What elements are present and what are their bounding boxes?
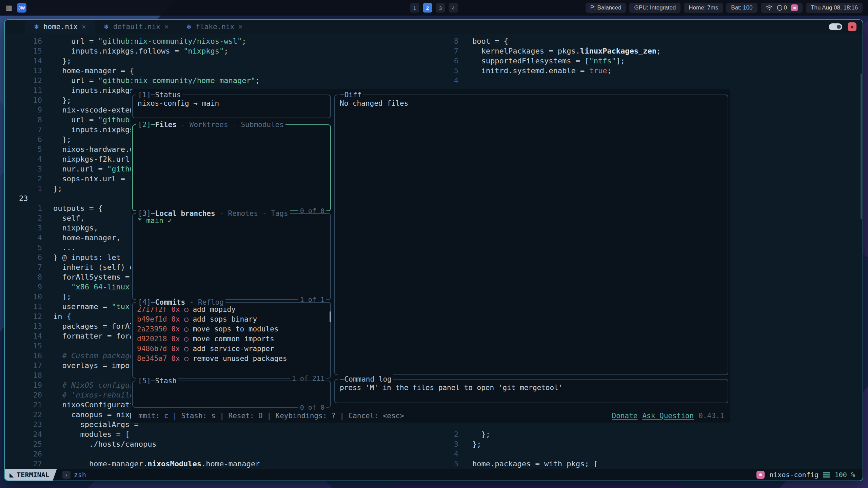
code-text: }; — [463, 429, 490, 439]
commit-row[interactable]: b49ef1d 0x ○ add sops binary — [137, 314, 326, 324]
lazygit-files-panel[interactable]: [2]─Files - Worktrees - Submodules 0 of … — [132, 124, 331, 211]
commit-hash: d920218 — [137, 335, 167, 343]
code-text: inputs.nixpkgs. — [42, 125, 139, 135]
code-line: 24 modules = [ — [5, 429, 446, 439]
commit-graph-node: ○ — [184, 345, 189, 353]
line-number: 8 — [5, 115, 42, 125]
code-text: home-manager = { — [42, 66, 134, 76]
toggle-pill[interactable] — [829, 23, 842, 30]
statusline: ◣ TERMINAL › zsh nixos-config 100 % — [5, 469, 863, 481]
lazygit-stash-panel[interactable]: [5]─Stash 0 of 0 — [132, 381, 331, 408]
line-number: 19 — [5, 380, 42, 390]
code-text: sops-nix.url = "g — [42, 174, 139, 184]
line-number: 15 — [5, 341, 42, 351]
commit-author: 0x — [171, 345, 180, 353]
lazygit-keybindings-bar: mmit: c | Stash: s | Reset: D | Keybindi… — [138, 412, 404, 420]
workspace-switcher: 1234 — [410, 0, 458, 16]
commit-row[interactable]: 9486b7d 0x ○ add service-wrapper — [137, 344, 326, 354]
code-text — [42, 370, 53, 380]
workspace-2[interactable]: 2 — [423, 3, 432, 13]
line-number: 9 — [5, 282, 42, 292]
code-line: 26 — [5, 449, 446, 459]
editor-scrollbar[interactable] — [861, 74, 862, 219]
code-text: boot = { — [463, 36, 508, 46]
window-close-button[interactable]: × — [848, 22, 856, 31]
mode-indicator: ◣ TERMINAL — [5, 469, 57, 481]
window-controls: × — [829, 22, 863, 31]
screen-tool-icon[interactable] — [791, 4, 798, 11]
code-line: 14 }; — [5, 56, 446, 66]
line-number: 13 — [5, 66, 42, 76]
lazygit-diff-panel[interactable]: ─Diff No changed files — [334, 95, 728, 375]
line-number: 5 — [5, 144, 42, 154]
line-number: 5 — [446, 459, 463, 469]
code-text: nix-vscode-extens — [42, 105, 139, 115]
code-text: packages = forAll — [42, 321, 139, 331]
tab-close-icon[interactable]: × — [238, 23, 243, 31]
line-number: 13 — [5, 321, 42, 331]
shell-label: zsh — [74, 471, 86, 479]
lazygit-commits-panel[interactable]: [4]─Commits - Reflog 2717f2f 0x ○ add mo… — [132, 302, 331, 379]
line-number: 23 — [5, 194, 42, 203]
code-text: }; — [42, 184, 62, 194]
code-line: 6 supportedFilesystems = ["ntfs"]; — [446, 56, 863, 66]
line-number: 14 — [5, 56, 42, 66]
workspace-3[interactable]: 3 — [436, 3, 445, 13]
code-text: overlays = import — [42, 361, 139, 370]
commits-scrollbar[interactable] — [330, 311, 331, 322]
editor-tab-flake.nix[interactable]: ❄flake.nix× — [177, 20, 251, 34]
ask-question-link[interactable]: Ask Question — [642, 412, 694, 420]
donate-link[interactable]: Donate — [612, 412, 638, 420]
shield-count: 0 — [784, 4, 787, 11]
commit-row[interactable]: 2a23950 0x ○ move sops to modules — [137, 324, 326, 334]
lazygit-overlay: [1]─Status nixos-config → main [2]─Files… — [131, 89, 730, 423]
repo-icon — [756, 471, 765, 479]
editor-tab-default.nix[interactable]: ❄default.nix× — [95, 20, 178, 34]
code-text: modules = [ — [42, 429, 130, 439]
line-number: 27 — [5, 459, 42, 469]
app-launcher-icon[interactable]: ▦ — [5, 4, 12, 12]
commit-author: 0x — [171, 335, 180, 343]
code-text — [42, 341, 53, 351]
lazygit-command-log-panel[interactable]: ─Command log press 'M' in the files pane… — [334, 379, 728, 403]
code-text: inputs.nixpkgs. — [42, 85, 139, 95]
code-line: 3}; — [446, 439, 863, 449]
system-tray[interactable]: 0 — [761, 3, 803, 13]
code-text: }; — [42, 135, 71, 144]
line-number: 16 — [5, 36, 42, 46]
panel-title: ─Command log — [338, 374, 393, 384]
tab-close-icon[interactable]: × — [82, 23, 86, 31]
editor-tab-home.nix[interactable]: ❄home.nix× — [25, 20, 95, 34]
code-text: # 'nixos-rebuild — [42, 390, 134, 400]
line-number: 26 — [5, 449, 42, 459]
line-number: 21 — [5, 400, 42, 410]
lazygit-branches-panel[interactable]: [3]─Local branches - Remotes - Tags * ma… — [132, 213, 331, 300]
line-number: 20 — [5, 390, 42, 400]
line-number: 10 — [5, 292, 42, 302]
line-number: 4 — [446, 76, 463, 85]
workspace-4[interactable]: 4 — [449, 3, 458, 13]
right-pane-top: 8boot = {7 kernelPackages = pkgs.linuxPa… — [446, 36, 863, 85]
workspace-1[interactable]: 1 — [410, 3, 419, 13]
line-number: 25 — [5, 439, 42, 449]
wifi-icon — [766, 5, 773, 11]
lines-icon — [823, 472, 830, 477]
buffer-tab-bar: ❄home.nix×❄default.nix×❄flake.nix× × — [5, 20, 863, 34]
code-text: }; — [42, 95, 71, 105]
line-number: 8 — [446, 36, 463, 46]
tab-close-icon[interactable]: × — [164, 23, 169, 31]
code-text: kernelPackages = pkgs.linuxPackages_zen; — [463, 46, 661, 56]
code-line: 5home.packages = with pkgs; [ — [446, 459, 863, 469]
line-number: 3 — [5, 164, 42, 174]
terminal-window: ❄home.nix×❄default.nix×❄flake.nix× × 16 … — [4, 19, 863, 481]
code-text: ... — [42, 243, 76, 252]
layout-badge[interactable]: JW — [17, 3, 26, 13]
line-number: 2 — [5, 174, 42, 184]
commit-row[interactable]: d920218 0x ○ move common imports — [137, 334, 326, 344]
command-log-content: press 'M' in the files panel to open 'gi… — [335, 380, 728, 396]
commit-row[interactable]: 8e345a7 0x ○ remove unused packages — [137, 354, 326, 364]
code-line: 8boot = { — [446, 36, 863, 46]
line-number: 23 — [5, 420, 42, 429]
commit-hash: 2a23950 — [137, 325, 167, 333]
lazygit-status-panel[interactable]: [1]─Status nixos-config → main — [132, 95, 331, 118]
